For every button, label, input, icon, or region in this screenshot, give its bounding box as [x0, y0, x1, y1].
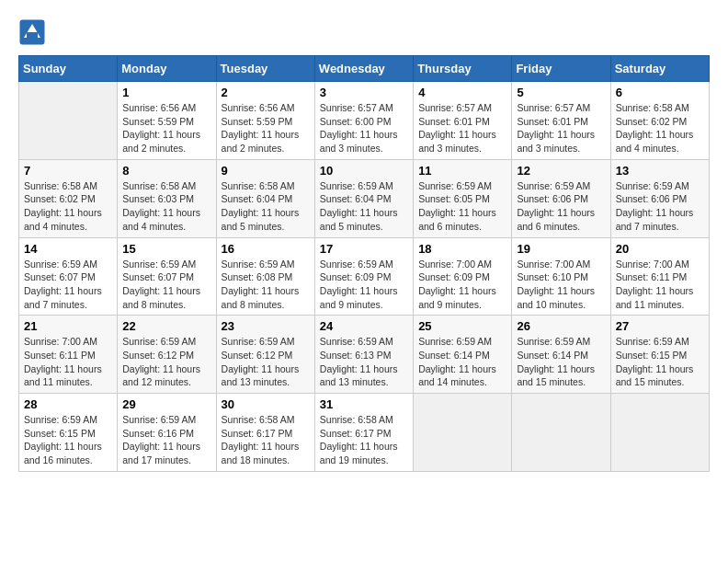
- day-info: Sunrise: 6:59 AMSunset: 6:12 PMDaylight:…: [222, 335, 310, 389]
- day-number: 12: [517, 164, 605, 178]
- calendar-cell: 8Sunrise: 6:58 AMSunset: 6:03 PMDaylight…: [118, 159, 216, 237]
- day-number: 16: [222, 242, 310, 256]
- calendar-cell: 3Sunrise: 6:57 AMSunset: 6:00 PMDaylight…: [314, 82, 413, 160]
- day-number: 1: [122, 86, 210, 99]
- calendar-cell: 12Sunrise: 6:59 AMSunset: 6:06 PMDayligh…: [512, 159, 610, 237]
- day-number: 13: [616, 164, 704, 178]
- day-info: Sunrise: 6:57 AMSunset: 6:01 PMDaylight:…: [418, 101, 506, 155]
- day-number: 15: [122, 242, 210, 256]
- calendar-cell: [610, 394, 709, 472]
- calendar-cell: 9Sunrise: 6:58 AMSunset: 6:04 PMDaylight…: [216, 159, 314, 237]
- logo: [18, 18, 50, 46]
- day-info: Sunrise: 6:59 AMSunset: 6:04 PMDaylight:…: [320, 179, 408, 234]
- calendar-body: 1Sunrise: 6:56 AMSunset: 5:59 PMDaylight…: [19, 82, 710, 472]
- calendar-cell: 28Sunrise: 6:59 AMSunset: 6:15 PMDayligh…: [19, 394, 118, 472]
- calendar-cell: 5Sunrise: 6:57 AMSunset: 6:01 PMDaylight…: [512, 82, 610, 160]
- day-info: Sunrise: 7:00 AMSunset: 6:10 PMDaylight:…: [517, 258, 605, 312]
- day-info: Sunrise: 7:00 AMSunset: 6:11 PMDaylight:…: [24, 335, 112, 389]
- day-number: 11: [418, 164, 506, 178]
- calendar-week-row: 1Sunrise: 6:56 AMSunset: 5:59 PMDaylight…: [19, 82, 710, 160]
- page-header: [18, 18, 710, 46]
- svg-rect-2: [27, 32, 38, 38]
- day-number: 27: [616, 319, 704, 333]
- header-row: SundayMondayTuesdayWednesdayThursdayFrid…: [19, 56, 710, 82]
- calendar-cell: 1Sunrise: 6:56 AMSunset: 5:59 PMDaylight…: [118, 82, 216, 160]
- day-info: Sunrise: 6:59 AMSunset: 6:16 PMDaylight:…: [122, 413, 210, 467]
- day-number: 26: [517, 319, 605, 333]
- day-info: Sunrise: 6:57 AMSunset: 6:00 PMDaylight:…: [320, 101, 408, 155]
- day-info: Sunrise: 6:58 AMSunset: 6:02 PMDaylight:…: [24, 179, 112, 234]
- day-number: 7: [24, 164, 112, 178]
- day-number: 28: [24, 397, 112, 411]
- calendar-cell: 16Sunrise: 6:59 AMSunset: 6:08 PMDayligh…: [216, 237, 314, 316]
- calendar-cell: 26Sunrise: 6:59 AMSunset: 6:14 PMDayligh…: [512, 316, 610, 394]
- day-number: 19: [517, 242, 605, 256]
- day-number: 24: [320, 319, 408, 333]
- calendar-cell: 2Sunrise: 6:56 AMSunset: 5:59 PMDaylight…: [216, 82, 314, 160]
- calendar-cell: [512, 394, 610, 472]
- calendar-cell: 21Sunrise: 7:00 AMSunset: 6:11 PMDayligh…: [19, 316, 118, 394]
- day-number: 17: [320, 242, 408, 256]
- day-info: Sunrise: 6:59 AMSunset: 6:12 PMDaylight:…: [122, 335, 210, 389]
- day-number: 10: [320, 164, 408, 178]
- calendar-cell: 6Sunrise: 6:58 AMSunset: 6:02 PMDaylight…: [610, 82, 709, 160]
- calendar-cell: 14Sunrise: 6:59 AMSunset: 6:07 PMDayligh…: [19, 237, 118, 316]
- calendar-cell: 20Sunrise: 7:00 AMSunset: 6:11 PMDayligh…: [610, 237, 709, 316]
- calendar-cell: 23Sunrise: 6:59 AMSunset: 6:12 PMDayligh…: [216, 316, 314, 394]
- day-info: Sunrise: 6:59 AMSunset: 6:07 PMDaylight:…: [24, 258, 112, 312]
- day-info: Sunrise: 6:59 AMSunset: 6:05 PMDaylight:…: [418, 179, 506, 234]
- day-number: 6: [616, 86, 704, 99]
- day-info: Sunrise: 6:59 AMSunset: 6:15 PMDaylight:…: [616, 335, 704, 389]
- calendar-cell: 24Sunrise: 6:59 AMSunset: 6:13 PMDayligh…: [314, 316, 413, 394]
- day-of-week-header: Monday: [118, 56, 216, 82]
- day-info: Sunrise: 6:59 AMSunset: 6:06 PMDaylight:…: [517, 179, 605, 234]
- day-number: 31: [320, 397, 408, 411]
- day-number: 14: [24, 242, 112, 256]
- day-of-week-header: Wednesday: [314, 56, 413, 82]
- calendar-cell: 17Sunrise: 6:59 AMSunset: 6:09 PMDayligh…: [314, 237, 413, 316]
- day-info: Sunrise: 6:58 AMSunset: 6:17 PMDaylight:…: [320, 413, 408, 467]
- day-number: 20: [616, 242, 704, 256]
- calendar-week-row: 7Sunrise: 6:58 AMSunset: 6:02 PMDaylight…: [19, 159, 710, 237]
- day-of-week-header: Saturday: [610, 56, 709, 82]
- calendar-cell: 13Sunrise: 6:59 AMSunset: 6:06 PMDayligh…: [610, 159, 709, 237]
- calendar-week-row: 14Sunrise: 6:59 AMSunset: 6:07 PMDayligh…: [19, 237, 710, 316]
- calendar-cell: 10Sunrise: 6:59 AMSunset: 6:04 PMDayligh…: [314, 159, 413, 237]
- day-info: Sunrise: 7:00 AMSunset: 6:09 PMDaylight:…: [418, 258, 506, 312]
- day-of-week-header: Sunday: [19, 56, 118, 82]
- day-info: Sunrise: 6:59 AMSunset: 6:06 PMDaylight:…: [616, 179, 704, 234]
- day-number: 4: [418, 86, 506, 99]
- day-info: Sunrise: 6:59 AMSunset: 6:14 PMDaylight:…: [418, 335, 506, 389]
- day-number: 30: [222, 397, 310, 411]
- calendar-week-row: 21Sunrise: 7:00 AMSunset: 6:11 PMDayligh…: [19, 316, 710, 394]
- day-info: Sunrise: 6:57 AMSunset: 6:01 PMDaylight:…: [517, 101, 605, 155]
- day-number: 5: [517, 86, 605, 99]
- day-info: Sunrise: 6:58 AMSunset: 6:17 PMDaylight:…: [222, 413, 310, 467]
- day-info: Sunrise: 6:59 AMSunset: 6:09 PMDaylight:…: [320, 258, 408, 312]
- calendar-header: SundayMondayTuesdayWednesdayThursdayFrid…: [19, 56, 710, 82]
- calendar-cell: 18Sunrise: 7:00 AMSunset: 6:09 PMDayligh…: [414, 237, 512, 316]
- day-of-week-header: Friday: [512, 56, 610, 82]
- day-number: 2: [222, 86, 310, 99]
- calendar-cell: 15Sunrise: 6:59 AMSunset: 6:07 PMDayligh…: [118, 237, 216, 316]
- calendar-cell: 25Sunrise: 6:59 AMSunset: 6:14 PMDayligh…: [414, 316, 512, 394]
- day-number: 23: [222, 319, 310, 333]
- logo-icon: [18, 18, 46, 46]
- day-number: 22: [122, 319, 210, 333]
- day-info: Sunrise: 6:59 AMSunset: 6:13 PMDaylight:…: [320, 335, 408, 389]
- day-number: 3: [320, 86, 408, 99]
- day-info: Sunrise: 6:59 AMSunset: 6:07 PMDaylight:…: [122, 258, 210, 312]
- day-number: 25: [418, 319, 506, 333]
- day-info: Sunrise: 6:58 AMSunset: 6:03 PMDaylight:…: [122, 179, 210, 234]
- calendar-cell: 27Sunrise: 6:59 AMSunset: 6:15 PMDayligh…: [610, 316, 709, 394]
- day-number: 9: [222, 164, 310, 178]
- calendar-cell: 30Sunrise: 6:58 AMSunset: 6:17 PMDayligh…: [216, 394, 314, 472]
- day-info: Sunrise: 6:56 AMSunset: 5:59 PMDaylight:…: [222, 101, 310, 155]
- day-info: Sunrise: 7:00 AMSunset: 6:11 PMDaylight:…: [616, 258, 704, 312]
- day-info: Sunrise: 6:59 AMSunset: 6:08 PMDaylight:…: [222, 258, 310, 312]
- calendar-cell: 22Sunrise: 6:59 AMSunset: 6:12 PMDayligh…: [118, 316, 216, 394]
- day-info: Sunrise: 6:59 AMSunset: 6:15 PMDaylight:…: [24, 413, 112, 467]
- day-number: 8: [122, 164, 210, 178]
- day-of-week-header: Thursday: [414, 56, 512, 82]
- calendar-cell: [19, 82, 118, 160]
